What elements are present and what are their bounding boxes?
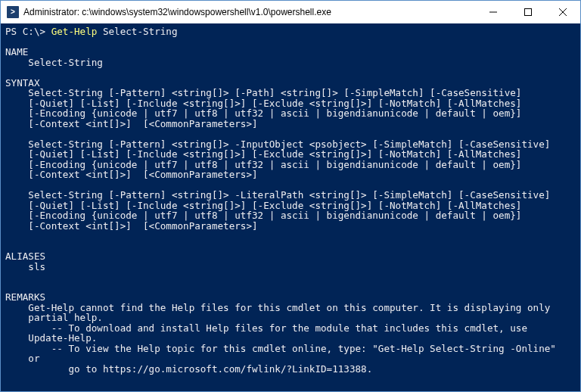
minimize-button[interactable]: [476, 1, 511, 23]
syntax-line: [-Context <int[]>] [<CommonParameters>]: [5, 220, 258, 232]
maximize-button[interactable]: [511, 1, 545, 23]
powershell-window: Administrator: c:\windows\system32\windo…: [0, 0, 581, 392]
command-cmdlet: Get-Help: [51, 26, 98, 37]
command-argument: Select-String: [97, 26, 177, 37]
name-value: Select-String: [5, 57, 103, 68]
remarks-line: go to https://go.microsoft.com/fwlink/?L…: [5, 363, 372, 375]
titlebar[interactable]: Administrator: c:\windows\system32\windo…: [1, 1, 580, 23]
window-buttons: [476, 1, 580, 23]
maximize-icon: [524, 8, 532, 16]
prompt-line: PS C:\> Get-Help Select-String: [5, 26, 178, 37]
terminal-area[interactable]: PS C:\> Get-Help Select-String NAME Sele…: [1, 23, 580, 391]
syntax-line: [-Context <int[]>] [<CommonParameters>]: [5, 118, 258, 129]
close-button[interactable]: [545, 1, 580, 23]
close-icon: [559, 8, 567, 16]
syntax-line: [-Context <int[]>] [<CommonParameters>]: [5, 169, 258, 180]
prompt-prefix: PS C:\>: [5, 26, 51, 37]
aliases-value: sls: [5, 261, 45, 272]
minimize-icon: [489, 8, 497, 16]
window-title: Administrator: c:\windows\system32\windo…: [23, 7, 476, 17]
svg-rect-1: [525, 9, 532, 16]
powershell-icon: [7, 6, 19, 18]
remarks-line: -- To view the Help topic for this cmdle…: [5, 343, 556, 354]
